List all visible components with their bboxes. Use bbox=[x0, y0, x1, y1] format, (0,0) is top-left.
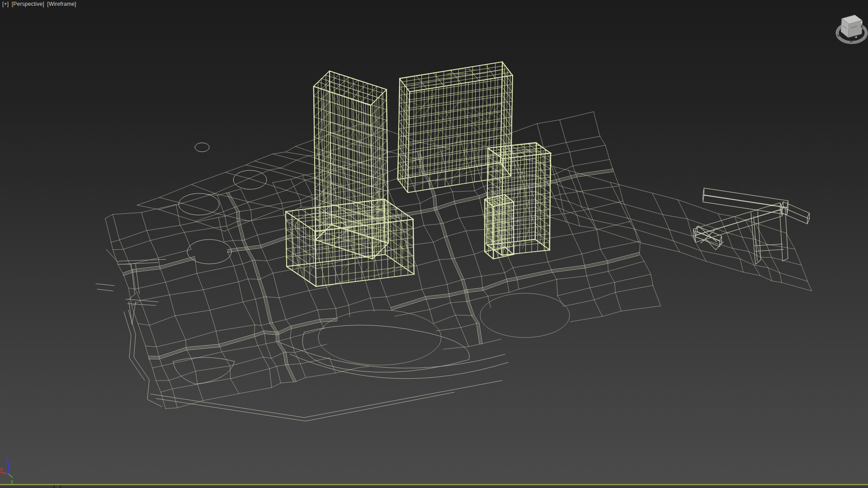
world-axis-gizmo: z x y bbox=[0, 454, 27, 485]
building-wireframes[interactable] bbox=[285, 61, 551, 287]
compass-west[interactable]: W bbox=[837, 33, 841, 38]
wire-path-bri bbox=[285, 61, 551, 287]
perspective-viewport[interactable]: [+] [Perspective] [Wireframe] W N E z x … bbox=[0, 0, 868, 488]
wireframe-scene[interactable] bbox=[0, 0, 868, 488]
strip-tick bbox=[54, 485, 55, 488]
x-axis-line bbox=[0, 472, 9, 474]
strip-tick bbox=[60, 485, 61, 488]
viewcube[interactable]: W N E bbox=[831, 11, 868, 52]
viewcube-ring-tick bbox=[855, 36, 857, 38]
road-curves-wireframe[interactable] bbox=[96, 249, 508, 421]
y-axis-line bbox=[9, 474, 13, 478]
y-axis-label: y bbox=[11, 479, 14, 484]
view-menu[interactable]: [Perspective] bbox=[12, 1, 44, 7]
compass-north[interactable]: N bbox=[850, 39, 853, 43]
viewport-label: [+] [Perspective] [Wireframe] bbox=[2, 1, 78, 7]
status-strip bbox=[0, 485, 868, 488]
wire-path-curv bbox=[96, 249, 508, 421]
x-axis-label: x bbox=[0, 467, 3, 472]
shading-menu[interactable]: [Wireframe] bbox=[47, 1, 76, 7]
pov-menu[interactable]: [+] bbox=[2, 1, 9, 7]
compass-east[interactable]: E bbox=[861, 24, 863, 28]
z-axis-label: z bbox=[7, 456, 9, 461]
